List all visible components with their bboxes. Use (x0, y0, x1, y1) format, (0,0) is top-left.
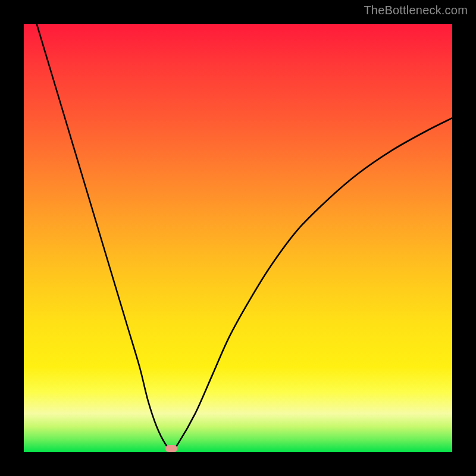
bottleneck-curve (37, 24, 452, 450)
optimal-point-marker (165, 445, 177, 452)
plot-area (24, 24, 452, 452)
curve-svg (24, 24, 452, 452)
watermark-text: TheBottleneck.com (364, 4, 468, 17)
chart-frame: TheBottleneck.com (0, 0, 476, 476)
